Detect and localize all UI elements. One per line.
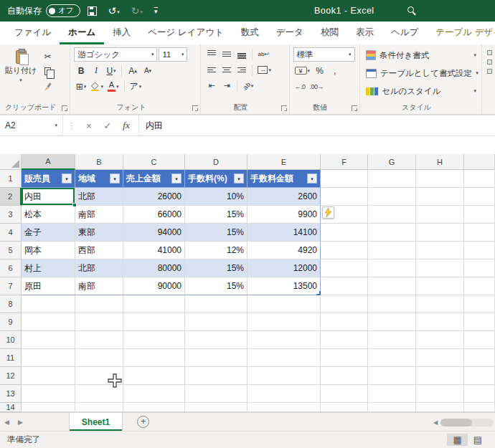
cell-A11[interactable] [22,349,75,367]
column-header-E[interactable]: E [248,154,321,170]
cell-B14[interactable] [75,403,123,412]
cell-I14[interactable] [464,403,495,412]
cell-A10[interactable] [22,331,75,349]
cell-D13[interactable] [185,385,248,403]
align-middle-button[interactable] [220,47,233,61]
increase-indent-button[interactable]: ⇥ [220,79,233,92]
merge-center-button[interactable]: ↔▾ [256,63,273,77]
tab-file[interactable]: ファイル [6,22,60,44]
cell-E14[interactable] [248,403,321,412]
cell-I1[interactable] [464,170,495,188]
cell-H3[interactable] [416,206,464,224]
tab-review[interactable]: 校閲 [312,22,347,44]
cell-I4[interactable] [464,224,495,242]
cell-G9[interactable] [368,313,416,331]
cell-H7[interactable] [416,277,464,295]
filter-button-D1[interactable]: ▾ [234,173,244,184]
horizontal-scrollbar[interactable]: ◀ [430,416,494,429]
cell-A9[interactable] [22,313,75,331]
cell-E12[interactable] [248,367,321,385]
table-header-cell-A1[interactable]: 販売員▾ [22,170,75,188]
row-header-6[interactable]: 6 [0,259,22,277]
cell-F11[interactable] [321,349,368,367]
cell-E11[interactable] [248,349,321,367]
fill-handle[interactable] [72,203,77,207]
tab-home[interactable]: ホーム [60,22,104,44]
row-header-13[interactable]: 13 [0,385,22,403]
undo-button[interactable]: ↺▾ [104,4,124,18]
column-header-H[interactable]: H [416,154,464,170]
increase-decimal-button[interactable]: ←.0 [293,80,307,93]
cell-F10[interactable] [321,331,368,349]
cell-I12[interactable] [464,367,495,385]
cell-G12[interactable] [368,367,416,385]
row-header-4[interactable]: 4 [0,224,22,242]
scrollbar-track[interactable] [440,419,494,426]
cell-H6[interactable] [416,259,464,277]
cell-A3[interactable]: 松本 [22,206,75,224]
cell-H9[interactable] [416,313,464,331]
enter-entry-button[interactable]: ✓ [98,115,117,135]
cell-C10[interactable] [123,331,185,349]
align-top-button[interactable] [204,47,218,61]
cell-styles-button[interactable]: セルのスタイル ▾ [364,83,478,99]
cell-C7[interactable]: 90000 [123,277,185,295]
table-resize-handle[interactable] [316,291,321,295]
column-header-C[interactable]: C [123,154,185,170]
font-color-button[interactable]: A▾ [106,80,121,93]
tab-view[interactable]: 表示 [347,22,382,44]
cell-D7[interactable]: 15% [185,277,248,295]
orientation-button[interactable]: ab▾ [241,79,255,92]
formula-input[interactable]: 内田 [138,115,495,135]
copy-button[interactable] [41,65,55,78]
sheet-nav-left-icon[interactable]: ◀ [0,419,14,426]
fill-color-button[interactable]: ▾ [89,80,105,93]
cell-I9[interactable] [464,313,495,331]
cell-I8[interactable] [464,295,495,313]
cell-D10[interactable] [185,331,248,349]
filter-button-C1[interactable]: ▾ [171,173,182,184]
format-painter-button[interactable] [41,80,55,93]
format-as-table-button[interactable]: テーブルとして書式設定 ▾ [364,65,478,81]
row-header-5[interactable]: 5 [0,242,22,259]
cell-G4[interactable] [368,224,416,242]
cell-B3[interactable]: 南部 [75,206,123,224]
decrease-font-size-button[interactable]: A▾ [141,64,154,77]
row-header-8[interactable]: 8 [0,295,22,313]
scroll-left-icon[interactable]: ◀ [430,419,440,426]
cell-I7[interactable] [464,277,495,295]
cell-H5[interactable] [416,242,464,259]
cell-E10[interactable] [248,331,321,349]
cell-A6[interactable]: 村上 [22,259,75,277]
row-header-7[interactable]: 7 [0,277,22,295]
cell-B10[interactable] [75,331,123,349]
cell-D6[interactable]: 15% [185,259,248,277]
cell-H14[interactable] [416,403,464,412]
paste-button[interactable]: 貼り付け ▾ [4,47,38,93]
search-button[interactable] [403,5,418,14]
column-header-F[interactable]: F [321,154,368,170]
tab-help[interactable]: ヘルプ [382,22,427,44]
italic-button[interactable]: I [89,64,103,77]
scrollbar-thumb[interactable] [440,419,472,426]
cell-A5[interactable]: 岡本 [22,242,75,259]
row-header-11[interactable]: 11 [0,349,22,367]
cell-A8[interactable] [22,295,75,313]
cell-F13[interactable] [321,385,368,403]
wrap-text-button[interactable]: ab↩ [256,47,270,61]
cell-D9[interactable] [185,313,248,331]
cell-G1[interactable] [368,170,416,188]
cell-E4[interactable]: 14100 [248,224,321,242]
cell-D8[interactable] [185,295,248,313]
cell-C8[interactable] [123,295,185,313]
conditional-formatting-button[interactable]: 条件付き書式 ▾ [364,47,478,63]
decrease-decimal-button[interactable]: .00→ [308,80,326,93]
table-header-cell-E1[interactable]: 手数料金額▾ [248,170,321,188]
phonetic-guide-button[interactable]: ア▾ [128,80,143,93]
name-box[interactable]: A2▾ [0,115,63,135]
cell-F9[interactable] [321,313,368,331]
cell-I6[interactable] [464,259,495,277]
comma-style-button[interactable]: , [328,64,341,77]
column-header-G[interactable]: G [368,154,416,170]
row-header-14[interactable]: 14 [0,403,22,412]
